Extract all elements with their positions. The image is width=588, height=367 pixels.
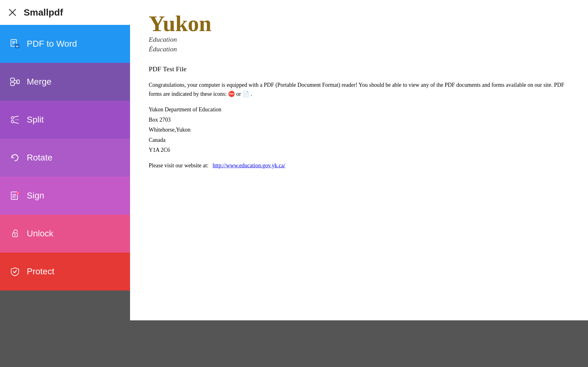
sidebar-item-merge[interactable]: Merge [0,63,130,101]
sidebar-item-label-pdf-to-word: PDF to Word [27,39,77,49]
pdf-website: Please visit our website at: http://www.… [149,161,569,170]
sidebar-item-label-merge: Merge [27,77,51,87]
sign-icon [9,190,21,201]
merge-icon [9,76,21,87]
sidebar-bottom [0,290,130,367]
svg-line-15 [13,116,19,117]
sidebar-item-label-unlock: Unlock [27,229,54,239]
address-line-3: Whitehorse,Yukon [149,125,569,135]
visit-text: Please visit our website at: [149,162,208,169]
sidebar-header: Smallpdf [0,0,130,25]
org-name: Yukon [149,12,212,35]
pdf-content: Yukon Education Éducation PDF Test File … [149,12,569,170]
sidebar-item-label-sign: Sign [27,191,44,201]
svg-point-14 [11,120,14,123]
svg-point-25 [14,234,16,235]
yukon-logo: Yukon Education Éducation [149,12,212,54]
pdf-icon-pdf: 📄 [242,91,249,97]
svg-text:W: W [16,45,19,48]
svg-line-16 [13,122,19,123]
pdf-address: Yukon Department of Education Box 2703 W… [149,105,569,155]
shield-icon [9,266,21,277]
pdf-body-or: or [236,91,241,97]
sidebar-item-split[interactable]: Split [0,101,130,139]
close-button[interactable] [6,6,19,19]
address-line-2: Box 2703 [149,115,569,125]
scissors-icon [9,114,21,125]
sidebar-item-sign[interactable]: Sign [0,177,130,215]
sidebar: Smallpdf W PDF to Word Mer [0,0,130,367]
pdf-icon-acrobat: ⛔ [228,91,236,97]
sidebar-item-label-protect: Protect [27,267,54,276]
unlock-icon [9,228,21,239]
document-word-icon: W [9,38,21,49]
org-subtitle-fr: Éducation [149,44,177,54]
pdf-logo: Yukon Education Éducation [149,12,569,54]
pdf-body: Congratulations, your computer is equipp… [149,81,569,99]
sidebar-item-label-split: Split [27,115,44,125]
pdf-title: PDF Test File [149,63,569,74]
sidebar-item-pdf-to-word[interactable]: W PDF to Word [0,25,130,63]
address-line-1: Yukon Department of Education [149,105,569,114]
sidebar-item-label-rotate: Rotate [27,153,53,163]
sidebar-item-protect[interactable]: Protect [0,253,130,290]
sidebar-item-unlock[interactable]: Unlock [0,215,130,253]
address-line-4: Canada [149,135,569,145]
website-link[interactable]: http://www.education.gov.yk.ca/ [212,162,285,169]
pdf-dark-bottom [130,320,588,367]
app-title: Smallpdf [24,7,63,18]
pdf-viewer: Yukon Education Éducation PDF Test File … [130,0,588,367]
svg-rect-9 [11,82,14,86]
svg-rect-8 [11,78,14,81]
rotate-icon [9,152,21,163]
pdf-body-text: Congratulations, your computer is equipp… [149,82,564,97]
sidebar-item-rotate[interactable]: Rotate [0,139,130,177]
address-line-5: Y1A 2C6 [149,145,569,155]
svg-point-13 [11,117,14,119]
org-subtitle-en: Education [149,35,177,44]
